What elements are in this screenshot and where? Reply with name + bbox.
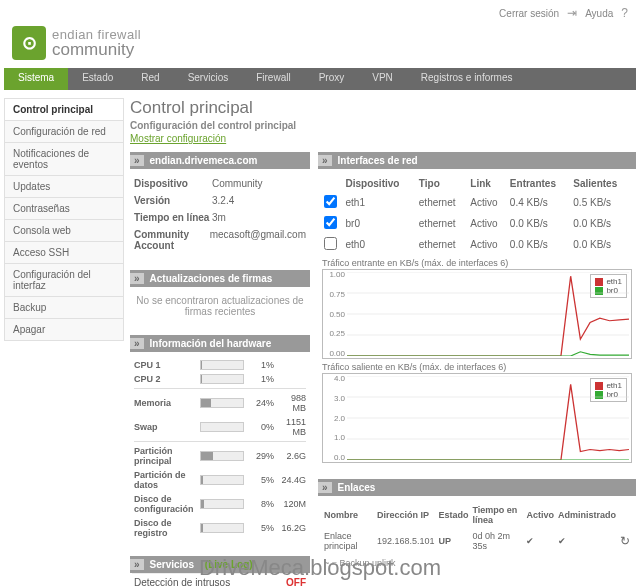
nav-sistema[interactable]: Sistema: [4, 68, 68, 90]
kv-key: Community Account: [134, 229, 210, 251]
col-header: Link: [468, 175, 508, 192]
hardware-panel: Información del hardware CPU 11%CPU 21%M…: [130, 335, 310, 546]
live-log-link[interactable]: (Live Log): [205, 559, 253, 570]
main-nav: SistemaEstadoRedServiciosFirewallProxyVP…: [4, 68, 636, 90]
hw-pct: 1%: [248, 360, 274, 370]
hw-bar: [200, 451, 244, 461]
logout-link[interactable]: Cerrar sesión: [499, 8, 559, 19]
hw-ext: 16.2G: [278, 523, 306, 533]
hw-bar: [200, 398, 244, 408]
iface-link: Activo: [468, 213, 508, 234]
iface-link: Activo: [468, 192, 508, 213]
iface-in: 0.0 KB/s: [508, 234, 571, 255]
hw-pct: 0%: [248, 422, 274, 432]
check-icon: ✔: [524, 528, 556, 554]
page-title: Control principal: [130, 98, 636, 118]
svc-name: Detección de intrusos: [134, 577, 230, 587]
host-panel: endian.drivemeca.com DispositivoCommunit…: [130, 152, 310, 260]
hw-bar: [200, 475, 244, 485]
help-icon[interactable]: ?: [621, 6, 628, 20]
hw-ext: 1151 MB: [278, 417, 306, 437]
sidebar-item[interactable]: Configuración del interfaz: [4, 263, 124, 297]
hw-pct: 29%: [248, 451, 274, 461]
panel-header: endian.drivemeca.com: [130, 152, 310, 169]
iface-checkbox[interactable]: [324, 216, 337, 229]
nav-vpn[interactable]: VPN: [358, 68, 407, 90]
sidebar-item[interactable]: Control principal: [4, 98, 124, 121]
iface-dev[interactable]: br0: [344, 213, 417, 234]
interfaces-panel: Interfaces de red DispositivoTipoLinkEnt…: [318, 152, 636, 469]
col-header: Salientes: [571, 175, 632, 192]
logo-sub: community: [52, 41, 141, 58]
chart-title: Tráfico saliente en KB/s (máx. de interf…: [322, 362, 632, 372]
sidebar-item[interactable]: Contraseñas: [4, 197, 124, 220]
iface-type: ethernet: [417, 192, 469, 213]
hw-label: Swap: [134, 422, 196, 432]
hw-ext: 2.6G: [278, 451, 306, 461]
col-header: Tipo: [417, 175, 469, 192]
nav-registros-e-informes[interactable]: Registros e informes: [407, 68, 527, 90]
iface-row: eth1ethernetActivo0.4 KB/s0.5 KB/s: [322, 192, 632, 213]
check-icon: ✔: [556, 528, 618, 554]
iface-dev[interactable]: eth0: [344, 234, 417, 255]
col-header: Nombre: [322, 502, 375, 528]
iface-checkbox[interactable]: [324, 195, 337, 208]
help-link[interactable]: Ayuda: [585, 8, 613, 19]
hw-ext: 988 MB: [278, 393, 306, 413]
chart-title: Tráfico entrante en KB/s (máx. de interf…: [322, 258, 632, 268]
sidebar-item[interactable]: Consola web: [4, 219, 124, 242]
iface-row: eth0ethernetActivo0.0 KB/s0.0 KB/s: [322, 234, 632, 255]
kv-val: 3.2.4: [212, 195, 306, 206]
hw-pct: 1%: [248, 374, 274, 384]
col-header: Tiempo en línea: [470, 502, 524, 528]
sidebar-item[interactable]: Notificaciones de eventos: [4, 142, 124, 176]
link-row: Enlace principal192.168.5.101UP0d 0h 2m …: [322, 528, 632, 554]
col-header: Dispositivo: [344, 175, 417, 192]
nav-proxy[interactable]: Proxy: [305, 68, 359, 90]
col-header: Dirección IP: [375, 502, 437, 528]
hw-label: Partición principal: [134, 446, 196, 466]
sig-msg: No se encontraron actualizaciones de fir…: [130, 287, 310, 325]
nav-red[interactable]: Red: [127, 68, 173, 90]
col-header: Administrado: [556, 502, 618, 528]
col-header: Entrantes: [508, 175, 571, 192]
sidebar-item[interactable]: Updates: [4, 175, 124, 198]
hw-bar: [200, 523, 244, 533]
nav-estado[interactable]: Estado: [68, 68, 127, 90]
kv-key: Tiempo en línea: [134, 212, 212, 223]
links-panel: Enlaces NombreDirección IPEstadoTiempo e…: [318, 479, 636, 578]
logout-icon[interactable]: ⇥: [567, 6, 577, 20]
hw-label: CPU 1: [134, 360, 196, 370]
show-config-link[interactable]: Mostrar configuración: [130, 133, 636, 144]
hw-label: Partición de datos: [134, 470, 196, 490]
nav-servicios[interactable]: Servicios: [174, 68, 243, 90]
link-status: UP: [436, 528, 470, 554]
hw-pct: 5%: [248, 523, 274, 533]
sidebar-item[interactable]: Acceso SSH: [4, 241, 124, 264]
iface-type: ethernet: [417, 213, 469, 234]
iface-checkbox[interactable]: [324, 237, 337, 250]
signatures-panel: Actualizaciones de firmas No se encontra…: [130, 270, 310, 325]
hw-pct: 8%: [248, 499, 274, 509]
refresh-icon[interactable]: ↻: [618, 528, 632, 554]
iface-link: Activo: [468, 234, 508, 255]
link-uptime: 0d 0h 2m 35s: [470, 528, 524, 554]
col-header: Estado: [436, 502, 470, 528]
sidebar-item[interactable]: Backup: [4, 296, 124, 319]
kv-val: 3m: [212, 212, 306, 223]
hw-pct: 5%: [248, 475, 274, 485]
iface-out: 0.0 KB/s: [571, 234, 632, 255]
panel-header: Enlaces: [318, 479, 636, 496]
iface-dev[interactable]: eth1: [344, 192, 417, 213]
sidebar-item[interactable]: Apagar: [4, 318, 124, 341]
kv-key: Versión: [134, 195, 212, 206]
iface-row: br0ethernetActivo0.0 KB/s0.0 KB/s: [322, 213, 632, 234]
col-header: [322, 175, 344, 192]
iface-in: 0.0 KB/s: [508, 213, 571, 234]
sidebar-item[interactable]: Configuración de red: [4, 120, 124, 143]
svc-status: OFF: [286, 577, 306, 587]
hw-bar: [200, 499, 244, 509]
hw-bar: [200, 374, 244, 384]
nav-firewall[interactable]: Firewall: [242, 68, 304, 90]
backup-note: ~ = Backup uplink: [322, 554, 632, 572]
